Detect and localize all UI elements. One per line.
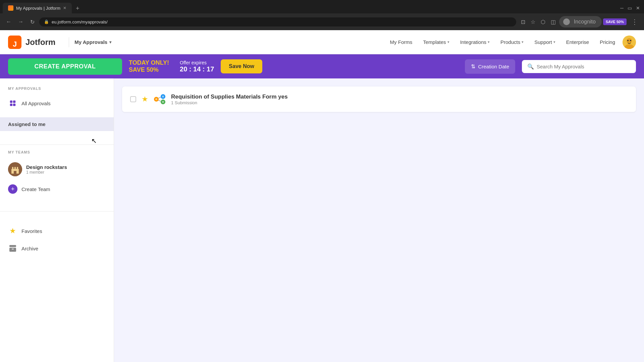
promo-timer: 20 : 14 : 17 xyxy=(180,65,214,73)
main-content: MY APPROVALS All Approvals Assigned to m… xyxy=(0,78,644,362)
new-tab-button[interactable]: + xyxy=(73,4,82,13)
svg-point-27 xyxy=(162,101,164,103)
templates-chevron: ▾ xyxy=(447,40,449,44)
window-close[interactable]: ✕ xyxy=(636,5,640,11)
search-approvals-box[interactable]: 🔍 xyxy=(522,60,636,73)
nav-integrations[interactable]: Integrations ▾ xyxy=(455,37,494,48)
sidebar-divider-2 xyxy=(0,211,114,212)
nav-products[interactable]: Products ▾ xyxy=(496,37,528,48)
my-approvals-label: My Approvals xyxy=(74,39,107,45)
logo-wordmark: Jotform xyxy=(25,38,55,47)
tab-close-button[interactable]: ✕ xyxy=(63,6,66,10)
favorites-icon: ★ xyxy=(8,226,17,236)
promo-save50: SAVE 50% xyxy=(129,66,159,73)
sort-icon: ⇅ xyxy=(471,63,475,70)
menu-icon[interactable]: ⋮ xyxy=(629,16,640,27)
approval-card[interactable]: ★ Requisition of Supplies Materials Form… xyxy=(122,86,636,112)
approval-star-icon[interactable]: ★ xyxy=(142,95,148,104)
content-area: ★ Requisition of Supplies Materials Form… xyxy=(114,78,644,362)
promo-text: TODAY ONLY! SAVE 50% xyxy=(129,59,169,73)
create-team-label: Create Team xyxy=(21,186,50,192)
sidebar: MY APPROVALS All Approvals Assigned to m… xyxy=(0,78,114,362)
window-minimize[interactable]: ─ xyxy=(620,5,624,11)
archive-label: Archive xyxy=(21,246,38,251)
tab-title: My Approvals | Jotform xyxy=(16,6,60,11)
sidebar-item-assigned-to-me[interactable]: Assigned to me xyxy=(0,117,114,131)
svg-text:J: J xyxy=(13,40,17,48)
approval-title: Requisition of Supplies Materials Form y… xyxy=(171,94,288,100)
sidebar-create-team[interactable]: + Create Team xyxy=(0,180,114,198)
creation-date-label: Creation Date xyxy=(478,64,509,69)
extensions-icon[interactable]: ⬡ xyxy=(539,17,547,26)
support-chevron: ▾ xyxy=(553,40,555,44)
tab-favicon xyxy=(8,5,13,11)
favorites-label: Favorites xyxy=(21,228,42,234)
archive-icon xyxy=(8,244,17,253)
save50-badge: SAVE 50% xyxy=(603,18,627,25)
nav-support[interactable]: Support ▾ xyxy=(530,37,560,48)
logo-divider xyxy=(69,37,69,47)
save-now-button[interactable]: Save Now xyxy=(221,59,262,73)
svg-rect-9 xyxy=(10,104,12,106)
svg-rect-14 xyxy=(14,167,16,170)
sidebar-item-all-approvals[interactable]: All Approvals xyxy=(0,95,114,112)
svg-point-26 xyxy=(162,96,164,98)
approval-flow-icon xyxy=(154,93,166,105)
nav-enterprise[interactable]: Enterprise xyxy=(561,37,594,48)
svg-rect-7 xyxy=(10,101,12,103)
svg-rect-18 xyxy=(9,248,16,252)
creation-date-button[interactable]: ⇅ Creation Date xyxy=(465,59,515,74)
sidebar-divider-1 xyxy=(0,144,114,145)
nav-pricing[interactable]: Pricing xyxy=(595,37,620,48)
all-approvals-icon xyxy=(8,99,17,108)
approval-checkbox[interactable] xyxy=(130,96,136,102)
url-input[interactable] xyxy=(52,19,512,24)
svg-rect-8 xyxy=(13,101,15,103)
svg-rect-16 xyxy=(14,171,16,174)
svg-point-5 xyxy=(627,40,629,41)
promo-today-only: TODAY ONLY! xyxy=(129,59,169,66)
reload-button[interactable]: ↻ xyxy=(28,17,37,26)
approval-subtitle: 1 Submission xyxy=(171,100,288,105)
address-bar[interactable]: 🔒 xyxy=(39,17,516,26)
my-approvals-section-title: MY APPROVALS xyxy=(0,86,114,95)
svg-rect-19 xyxy=(12,249,14,249)
team-info: Design rockstars 1 member xyxy=(26,164,67,175)
sidebar-team-design-rockstars[interactable]: Design rockstars 1 member xyxy=(0,158,114,180)
team-avatar xyxy=(8,162,22,176)
sidebar-item-archive[interactable]: Archive xyxy=(0,240,114,257)
create-approval-button[interactable]: CREATE APPROVAL xyxy=(8,58,122,75)
back-button[interactable]: ← xyxy=(4,17,13,26)
svg-point-6 xyxy=(630,40,631,41)
svg-rect-10 xyxy=(13,104,15,106)
incognito-avatar xyxy=(563,18,570,25)
incognito-label: Incognito xyxy=(572,17,598,26)
profile-icon[interactable]: ◫ xyxy=(549,17,558,26)
svg-rect-15 xyxy=(17,167,18,170)
logo-area[interactable]: J Jotform xyxy=(8,36,55,49)
browser-tab[interactable]: My Approvals | Jotform ✕ xyxy=(3,3,72,13)
assigned-to-me-label: Assigned to me xyxy=(8,121,46,127)
products-chevron: ▾ xyxy=(522,40,524,44)
cast-icon[interactable]: ⊡ xyxy=(519,17,527,26)
nav-templates[interactable]: Templates ▾ xyxy=(418,37,454,48)
svg-rect-13 xyxy=(12,167,13,170)
my-approvals-chevron: ▾ xyxy=(109,40,111,45)
promo-offer-label: Offer expires xyxy=(180,60,207,65)
incognito-button[interactable]: Incognito xyxy=(559,16,602,27)
svg-line-24 xyxy=(158,100,161,101)
svg-point-25 xyxy=(155,98,157,100)
top-navigation: J Jotform My Approvals ▾ My Forms Templa… xyxy=(0,30,644,54)
promo-offer: Offer expires 20 : 14 : 17 xyxy=(180,60,214,73)
search-icon: 🔍 xyxy=(527,63,534,70)
forward-button[interactable]: → xyxy=(16,17,25,26)
bookmark-icon[interactable]: ☆ xyxy=(529,17,537,26)
search-input[interactable] xyxy=(537,64,631,69)
sidebar-item-favorites[interactable]: ★ Favorites xyxy=(0,222,114,240)
my-approvals-link[interactable]: My Approvals ▾ xyxy=(74,39,111,45)
lock-icon: 🔒 xyxy=(44,19,49,24)
team-members: 1 member xyxy=(26,170,67,175)
user-avatar[interactable] xyxy=(623,36,636,49)
nav-my-forms[interactable]: My Forms xyxy=(385,37,417,48)
window-restore[interactable]: ▭ xyxy=(628,5,632,11)
